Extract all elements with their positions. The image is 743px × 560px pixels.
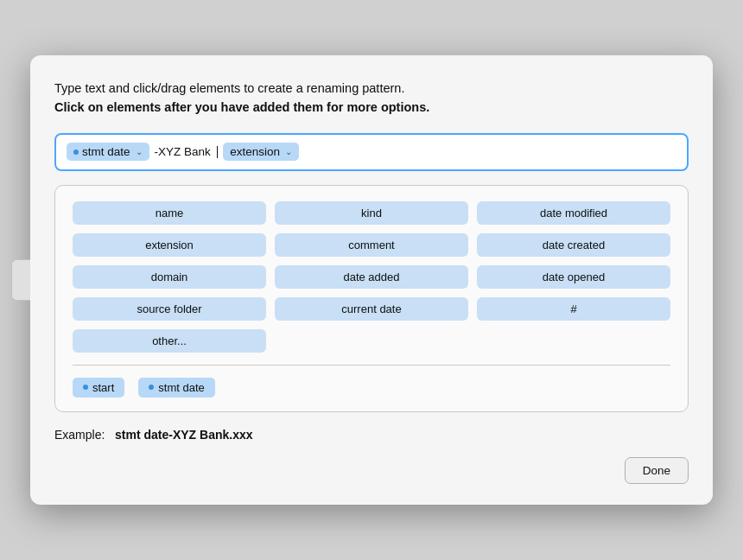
element-btn-date-added[interactable]: date added [275, 265, 468, 289]
example-value: stmt date-XYZ Bank.xxx [115, 428, 253, 442]
existing-token-start[interactable]: start [73, 378, 124, 398]
element-btn-name[interactable]: name [73, 201, 266, 225]
pattern-token-stmt-date[interactable]: stmt date ⌄ [67, 143, 149, 161]
token-label-stmt-date: stmt date [82, 145, 130, 158]
element-btn-date-created[interactable]: date created [477, 233, 670, 257]
element-btn-domain[interactable]: domain [73, 265, 266, 289]
element-btn-source-folder[interactable]: source folder [73, 297, 266, 321]
existing-token-label-start: start [92, 381, 114, 394]
instructions: Type text and click/drag elements to cre… [54, 80, 689, 118]
pattern-text-xyz-bank[interactable]: -XYZ Bank [155, 145, 211, 158]
elements-panel: name kind date modified extension commen… [54, 185, 689, 412]
element-btn-hash[interactable]: # [477, 297, 670, 321]
pattern-token-extension[interactable]: extension ⌄ [223, 143, 299, 161]
chevron-down-icon: ⌄ [136, 147, 143, 156]
element-btn-date-opened[interactable]: date opened [477, 265, 670, 289]
panel-divider [73, 365, 670, 366]
text-cursor [217, 146, 219, 158]
element-btn-current-date[interactable]: current date [275, 297, 468, 321]
token-label-extension: extension [230, 145, 280, 158]
rename-pattern-dialog: Type text and click/drag elements to cre… [30, 55, 713, 505]
footer-row: Done [54, 457, 689, 484]
element-btn-extension[interactable]: extension [73, 233, 266, 257]
pattern-input-area[interactable]: stmt date ⌄ -XYZ Bank extension ⌄ [54, 133, 689, 171]
element-btn-date-modified[interactable]: date modified [477, 201, 670, 225]
elements-grid: name kind date modified extension commen… [73, 201, 670, 353]
existing-tokens-row: start stmt date [73, 378, 670, 398]
existing-token-stmt-date[interactable]: stmt date [138, 378, 214, 398]
side-tab [11, 259, 30, 301]
done-button[interactable]: Done [625, 457, 689, 484]
token-dot [83, 385, 88, 390]
token-dot [149, 385, 154, 390]
example-row: Example: stmt date-XYZ Bank.xxx [54, 428, 689, 442]
chevron-down-icon: ⌄ [285, 147, 292, 156]
token-dot [73, 150, 79, 155]
existing-token-label-stmt-date: stmt date [158, 381, 204, 394]
element-btn-comment[interactable]: comment [275, 233, 468, 257]
element-btn-kind[interactable]: kind [275, 201, 468, 225]
element-btn-other[interactable]: other... [73, 329, 266, 353]
example-label: Example: [54, 428, 105, 442]
